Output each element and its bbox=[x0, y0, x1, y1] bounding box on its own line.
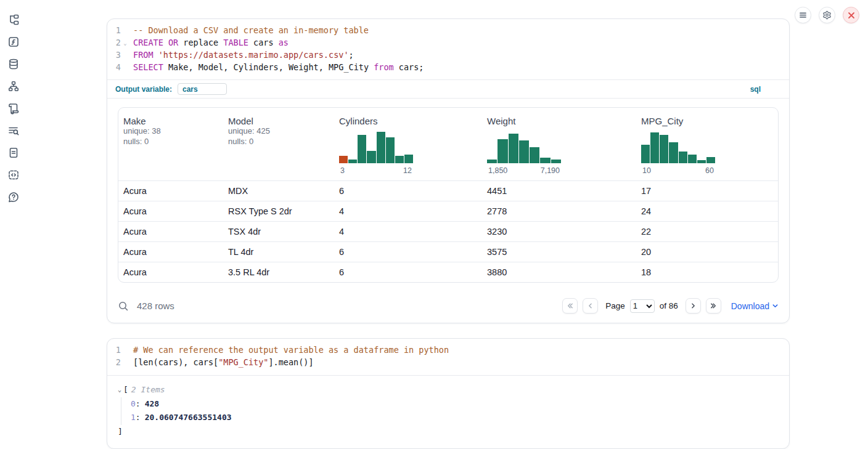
code-text: CREATE OR replace TABLE cars as bbox=[129, 37, 289, 49]
table-cell: 2778 bbox=[482, 201, 636, 221]
tree-entry-colon: : bbox=[136, 413, 141, 422]
documentation-icon[interactable] bbox=[7, 147, 20, 159]
table-cell: 18 bbox=[636, 262, 778, 282]
variables-icon[interactable] bbox=[7, 36, 20, 48]
search-icon[interactable] bbox=[118, 301, 129, 312]
settings-button[interactable] bbox=[819, 7, 835, 23]
line-number: 1 bbox=[107, 25, 121, 37]
histogram-max-label: 7,190 bbox=[541, 166, 560, 175]
table-cell: 20 bbox=[636, 242, 778, 262]
code-text: FROM 'https://datasets.marimo.app/cars.c… bbox=[129, 49, 354, 62]
column-histogram: 312 bbox=[339, 131, 413, 175]
fold-gutter bbox=[121, 344, 129, 357]
page-label: Page bbox=[605, 301, 625, 310]
token-plain: cars; bbox=[394, 62, 424, 72]
fold-toggle-icon[interactable]: ⌄ bbox=[121, 37, 129, 49]
table-cell: 3.5 RL 4dr bbox=[223, 262, 334, 282]
token-plain: Make, Model, Cylinders, Weight, MPG_City bbox=[163, 62, 374, 72]
notebook: 1-- Download a CSV and create an in-memo… bbox=[107, 18, 790, 449]
menu-button[interactable] bbox=[795, 7, 811, 23]
snippets-icon[interactable] bbox=[7, 169, 20, 181]
code-text: [len(cars), cars["MPG_City"].mean()] bbox=[129, 357, 314, 369]
output-variable-input[interactable] bbox=[178, 83, 227, 95]
histogram-bar bbox=[386, 137, 395, 163]
histogram-max-label: 12 bbox=[403, 166, 412, 175]
table-cell: RSX Type S 2dr bbox=[223, 201, 334, 221]
code-text: SELECT Make, Model, Cylinders, Weight, M… bbox=[129, 62, 424, 74]
first-page-button[interactable] bbox=[562, 298, 578, 313]
token-plain: ].mean()] bbox=[268, 357, 313, 367]
table-cell: TL 4dr bbox=[223, 242, 334, 262]
hamburger-icon bbox=[799, 11, 807, 19]
chevrons-left-icon bbox=[566, 302, 574, 310]
table-footer: 428 rows Page 1 of 86 bbox=[107, 290, 789, 323]
column-name[interactable]: Weight bbox=[487, 116, 515, 126]
help-icon[interactable] bbox=[7, 191, 20, 203]
download-button[interactable]: Download bbox=[731, 301, 779, 311]
token-plain: [len(cars), cars[ bbox=[133, 357, 218, 367]
fold-gutter bbox=[121, 49, 129, 62]
histogram-bar bbox=[358, 135, 366, 164]
histogram-bar bbox=[497, 139, 507, 163]
python-code-editor[interactable]: 1# We can reference the output variable … bbox=[107, 339, 789, 375]
fold-gutter bbox=[121, 25, 129, 37]
previous-page-button[interactable] bbox=[583, 298, 598, 313]
row-count: 428 rows bbox=[137, 301, 174, 311]
column-header-model: Modelunique: 425nulls: 0 bbox=[223, 114, 334, 180]
last-page-button[interactable] bbox=[706, 298, 721, 313]
line-number: 4 bbox=[107, 62, 121, 74]
table-row: AcuraMDX6445117 bbox=[118, 180, 778, 201]
column-name[interactable]: Make bbox=[123, 116, 146, 126]
logs-icon[interactable] bbox=[7, 124, 20, 137]
column-name[interactable]: MPG_City bbox=[641, 116, 683, 126]
python-output-area: ⌄ [ 2 Items 0:4281:20.060747663551403 ] bbox=[107, 376, 789, 448]
table-row: AcuraTSX 4dr4323022 bbox=[118, 221, 778, 241]
table-cell: MDX bbox=[223, 181, 334, 201]
token-plain: ; bbox=[349, 50, 354, 60]
tree-entry-colon: : bbox=[136, 399, 141, 408]
tree-entry: 1:20.060747663551403 bbox=[131, 411, 779, 425]
datasources-icon[interactable] bbox=[7, 58, 20, 70]
histogram-bar bbox=[540, 158, 550, 163]
download-label: Download bbox=[731, 301, 769, 311]
scratchpad-icon[interactable] bbox=[7, 102, 20, 115]
column-name[interactable]: Cylinders bbox=[339, 116, 378, 126]
token-plain: replace bbox=[178, 38, 223, 47]
table-row: Acura3.5 RL 4dr6388018 bbox=[118, 262, 778, 282]
histogram-bars bbox=[339, 131, 413, 163]
token-keyword: CREATE OR bbox=[133, 38, 178, 47]
table-cell: 4 bbox=[334, 222, 482, 241]
next-page-button[interactable] bbox=[686, 298, 701, 313]
shutdown-button[interactable] bbox=[843, 7, 859, 23]
dependency-graph-icon[interactable] bbox=[7, 80, 20, 92]
histogram-bar bbox=[669, 142, 678, 163]
token-keyword: as bbox=[279, 38, 289, 47]
close-icon bbox=[848, 12, 855, 19]
code-line: 1# We can reference the output variable … bbox=[107, 344, 789, 357]
histogram-bar bbox=[688, 155, 697, 163]
column-name[interactable]: Model bbox=[228, 116, 253, 126]
tree-collapse-icon[interactable]: ⌄ bbox=[118, 384, 121, 396]
column-header-weight: Weight1,8507,190 bbox=[482, 114, 636, 180]
table-cell: 3880 bbox=[482, 262, 636, 282]
token-keyword: SELECT bbox=[133, 62, 163, 72]
column-header-cylinders: Cylinders312 bbox=[334, 114, 482, 180]
tree-entry-value: 20.060747663551403 bbox=[145, 413, 232, 422]
table-body: AcuraMDX6445117AcuraRSX Type S 2dr427782… bbox=[118, 180, 778, 282]
file-explorer-icon[interactable] bbox=[7, 14, 20, 26]
tree-close-bracket: ] bbox=[118, 426, 779, 438]
code-line: 2[len(cars), cars["MPG_City"].mean()] bbox=[107, 357, 789, 369]
token-keyword: from bbox=[374, 62, 394, 72]
column-stat: unique: 38 bbox=[123, 126, 218, 137]
line-number: 3 bbox=[107, 49, 121, 62]
page-select[interactable]: 1 bbox=[630, 299, 655, 313]
histogram-min-label: 10 bbox=[642, 166, 651, 175]
table-cell: Acura bbox=[118, 201, 223, 221]
histogram-bars bbox=[487, 131, 561, 163]
sql-code-editor[interactable]: 1-- Download a CSV and create an in-memo… bbox=[107, 19, 789, 79]
python-cell: 1# We can reference the output variable … bbox=[107, 338, 790, 449]
table-cell: 6 bbox=[334, 181, 482, 201]
histogram-bar bbox=[509, 134, 518, 164]
tree-item-count: 2 Items bbox=[131, 384, 165, 396]
table-cell: 4451 bbox=[482, 181, 636, 201]
